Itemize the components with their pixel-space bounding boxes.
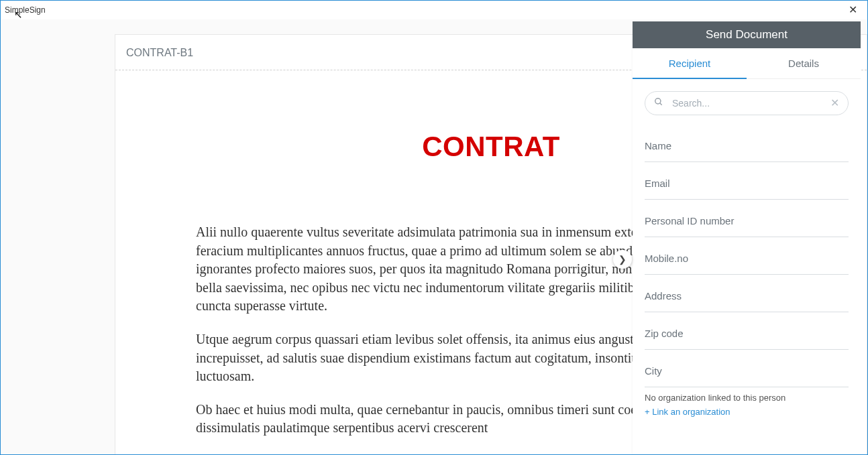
- link-organization-link[interactable]: + Link an organization: [645, 407, 730, 417]
- tab-details[interactable]: Details: [747, 48, 861, 78]
- svg-line-1: [660, 103, 662, 105]
- panel-collapse-button[interactable]: ❯: [613, 250, 632, 269]
- content-area: CONTRAT-B1 CONTRAT Alii nullo quaerente …: [1, 19, 867, 454]
- personal-id-field[interactable]: Personal ID number: [645, 205, 849, 237]
- address-field[interactable]: Address: [645, 280, 849, 312]
- clear-search-button[interactable]: ✕: [830, 96, 839, 109]
- search-icon: [654, 97, 663, 109]
- send-document-panel: Send Document Recipient Details ✕ Name E…: [633, 21, 861, 454]
- organization-note: No organization linked to this person: [645, 393, 849, 403]
- title-bar: SimpleSign ✕: [1, 1, 867, 19]
- window-close-button[interactable]: ✕: [839, 1, 866, 19]
- app-window: SimpleSign ✕ ↖ CONTRAT-B1 CONTRAT Alii n…: [0, 0, 868, 455]
- name-field[interactable]: Name: [645, 130, 849, 162]
- email-field[interactable]: Email: [645, 168, 849, 200]
- svg-point-0: [655, 99, 661, 104]
- search-input[interactable]: [645, 91, 849, 115]
- zip-field[interactable]: Zip code: [645, 318, 849, 350]
- tab-recipient[interactable]: Recipient: [633, 48, 747, 79]
- search-wrap: ✕: [645, 91, 849, 115]
- panel-header: Send Document: [633, 21, 861, 48]
- app-title: SimpleSign: [5, 5, 46, 15]
- chevron-right-icon: ❯: [618, 254, 627, 265]
- panel-body: ✕ Name Email Personal ID number Mobile.n…: [633, 79, 861, 417]
- city-field[interactable]: City: [645, 355, 849, 387]
- mobile-field[interactable]: Mobile.no: [645, 243, 849, 275]
- panel-tabs: Recipient Details: [633, 48, 861, 79]
